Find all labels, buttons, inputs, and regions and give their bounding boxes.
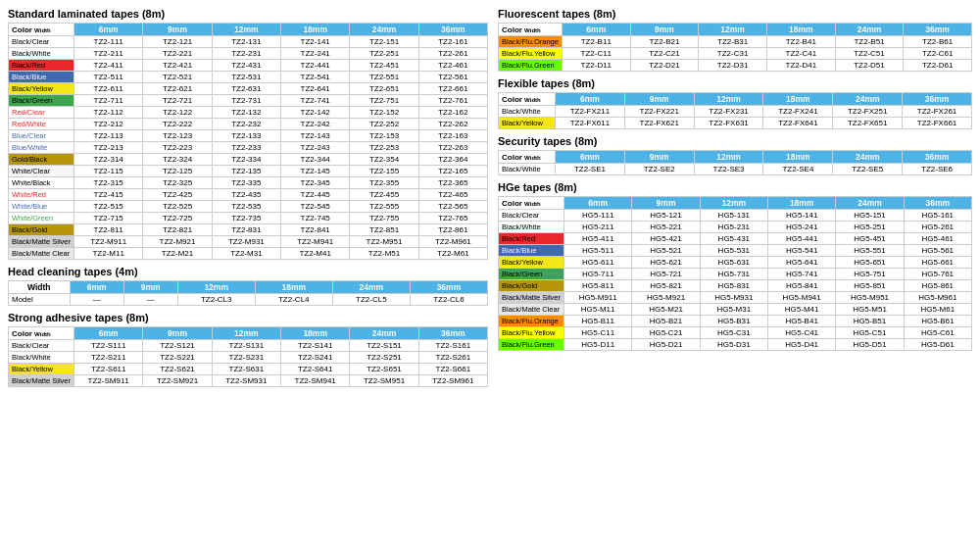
table-row: Blue/ClearTZ2-113TZ2-123TZ2-133TZ2-143TZ… xyxy=(9,130,488,142)
table-row: Black/GreenHG5-711HG5-721HG5-731HG5-741H… xyxy=(499,269,972,280)
h36mm: 36mm xyxy=(410,281,487,294)
row-label: Black/Blue xyxy=(499,245,564,257)
table-row: Black/BlueHG5-511HG5-521HG5-531HG5-541HG… xyxy=(499,245,972,257)
table-row: Black/Matte SilverHG5-M911HG5-M921HG5-M9… xyxy=(499,292,972,304)
table-row: Black/WhiteTZ2-211TZ2-221TZ2-231TZ2-241T… xyxy=(9,48,488,60)
table-row: Black/GoldHG5-811HG5-821HG5-831HG5-841HG… xyxy=(499,280,972,292)
table-row: Red/WhiteTZ2-212TZ2-222TZ2-232TZ2-242TZ2… xyxy=(9,119,488,130)
row-label: Black/Matte Clear xyxy=(499,304,564,316)
table-row: Black/Matte SilverTZ2-M911TZ2-M921TZ2-M9… xyxy=(9,236,488,248)
row-label: Black/Clear xyxy=(9,36,74,48)
table-row: Black/YellowTZ2-FX611TZ2-FX621TZ2-FX631T… xyxy=(499,118,972,129)
color-header: Color Width xyxy=(499,197,564,210)
left-column: Standard laminated tapes (8m) Color Widt… xyxy=(8,8,488,536)
color-header: Color Width xyxy=(499,93,556,106)
table-row: Black/Flu.OrangeTZ2-B11TZ2-B21TZ2-B31TZ2… xyxy=(499,36,972,48)
row-label: Blue/White xyxy=(9,142,74,154)
row-label: Black/White xyxy=(9,352,74,364)
row-label: Red/White xyxy=(9,119,74,130)
table-row: Black/Flu.GreenHG5-D11HG5-D21HG5-D31HG5-… xyxy=(499,339,972,351)
table-row: Black/Matte ClearHG5-M11HG5-M21HG5-M31HG… xyxy=(499,304,972,316)
row-label: Black/Flu.Yellow xyxy=(499,327,564,339)
row-label: Black/Green xyxy=(499,269,564,280)
table-row: Blue/WhiteTZ2-213TZ2-223TZ2-233TZ2-243TZ… xyxy=(9,142,488,154)
standard-title: Standard laminated tapes (8m) xyxy=(8,8,488,20)
table-row: White/GreenTZ2-715TZ2-725TZ2-735TZ2-745T… xyxy=(9,213,488,224)
h6mm: 6mm xyxy=(74,24,143,36)
table-row: Black/YellowTZ2-S611TZ2-S621TZ2-S631TZ2-… xyxy=(9,364,488,375)
table-row: Black/WhiteTZ2-FX211TZ2-FX221TZ2-FX231TZ… xyxy=(499,106,972,118)
table-row: White/ClearTZ2-115TZ2-125TZ2-135TZ2-145T… xyxy=(9,166,488,177)
table-row: Black/BlueTZ2-511TZ2-521TZ2-531TZ2-541TZ… xyxy=(9,72,488,83)
table-row: White/BlackTZ2-315TZ2-325TZ2-335TZ2-345T… xyxy=(9,177,488,189)
row-label: Black/White xyxy=(499,164,556,175)
row-label: Black/Clear xyxy=(9,340,74,352)
table-row: Model — — TZ2-CL3 TZ2-CL4 TZ2-CL5 TZ2-CL… xyxy=(9,294,488,306)
row-label: White/Black xyxy=(9,177,74,189)
row-label: Black/Yellow xyxy=(9,83,74,95)
table-row: Black/WhiteTZ2-S211TZ2-S221TZ2-S231TZ2-S… xyxy=(9,352,488,364)
row-label: Black/Matte Silver xyxy=(499,292,564,304)
table-row: Black/ClearHG5-111HG5-121HG5-131HG5-141H… xyxy=(499,210,972,222)
row-label: White/Green xyxy=(9,213,74,224)
head-cleaning-table: Width 6mm 9mm 12mm 18mm 24mm 36mm Model … xyxy=(8,280,488,306)
row-label: Black/Matte Silver xyxy=(9,375,74,387)
row-label: Gold/Black xyxy=(9,154,74,166)
row-label: Black/Gold xyxy=(9,224,74,236)
table-row: Black/ClearTZ2-111TZ2-121TZ2-131TZ2-141T… xyxy=(9,36,488,48)
hge-table: Color Width 6mm 9mm 12mm 18mm 24mm 36mm … xyxy=(498,196,972,351)
table-row: White/BlueTZ2-515TZ2-525TZ2-535TZ2-545TZ… xyxy=(9,201,488,213)
h6mm: 6mm xyxy=(70,281,123,294)
row-label: Black/Clear xyxy=(499,210,564,222)
table-row: Black/Flu.YellowHG5-C11HG5-C21HG5-C31HG5… xyxy=(499,327,972,339)
h12mm: 12mm xyxy=(212,24,280,36)
table-row: Black/WhiteTZ2-SE1TZ2-SE2TZ2-SE3TZ2-SE4T… xyxy=(499,164,972,175)
security-title: Security tapes (8m) xyxy=(498,135,972,147)
table-row: Black/RedTZ2-411TZ2-421TZ2-431TZ2-441TZ2… xyxy=(9,60,488,72)
table-row: Black/Matte ClearTZ2-M11TZ2-M21TZ2-M31TZ… xyxy=(9,248,488,260)
row-label: Black/Gold xyxy=(499,280,564,292)
flexible-table: Color Width 6mm 9mm 12mm 18mm 24mm 36mm … xyxy=(498,92,972,129)
flexible-title: Flexible tapes (8m) xyxy=(498,77,972,89)
row-label: White/Red xyxy=(9,189,74,201)
color-header: Color Width xyxy=(9,24,74,36)
h24mm: 24mm xyxy=(332,281,410,294)
h12mm: 12mm xyxy=(177,281,255,294)
row-label: Black/Flu.Yellow xyxy=(499,48,563,60)
row-label: Black/Flu.Green xyxy=(499,60,563,72)
hge-title: HGe tapes (8m) xyxy=(498,181,972,193)
row-label: Black/Yellow xyxy=(9,364,74,375)
h9mm: 9mm xyxy=(123,281,177,294)
table-row: Black/GoldTZ2-811TZ2-821TZ2-831TZ2-841TZ… xyxy=(9,224,488,236)
table-row: Black/Matte SilverTZ2-SM911TZ2-SM921TZ2-… xyxy=(9,375,488,387)
row-label: Black/Red xyxy=(9,60,74,72)
table-row: Gold/BlackTZ2-314TZ2-324TZ2-334TZ2-344TZ… xyxy=(9,154,488,166)
row-label: Red/Clear xyxy=(9,107,74,119)
right-column: Fluorescent tapes (8m) Color Width 6mm 9… xyxy=(498,8,972,536)
strong-title: Strong adhesive tapes (8m) xyxy=(8,312,488,323)
row-label: Model xyxy=(9,294,71,306)
table-row: White/RedTZ2-415TZ2-425TZ2-435TZ2-445TZ2… xyxy=(9,189,488,201)
row-label: Black/Green xyxy=(9,95,74,107)
h24mm: 24mm xyxy=(350,24,418,36)
row-label: Black/Flu.Orange xyxy=(499,316,564,327)
strong-table: Color Width 6mm 9mm 12mm 18mm 24mm 36mm … xyxy=(8,326,488,387)
row-label: Black/Red xyxy=(499,233,564,245)
table-row: Black/YellowTZ2-611TZ2-621TZ2-631TZ2-641… xyxy=(9,83,488,95)
row-label: Black/Matte Silver xyxy=(9,236,74,248)
table-row: Black/YellowHG5-611HG5-621HG5-631HG5-641… xyxy=(499,257,972,269)
row-label: Black/White xyxy=(499,222,564,233)
row-label: Blue/Clear xyxy=(9,130,74,142)
row-label: White/Blue xyxy=(9,201,74,213)
head-cleaning-title: Head cleaning tapes (4m) xyxy=(8,266,488,277)
fluorescent-title: Fluorescent tapes (8m) xyxy=(498,8,972,20)
h18mm: 18mm xyxy=(281,24,350,36)
color-header: Color Width xyxy=(499,24,563,36)
row-label: Black/Blue xyxy=(9,72,74,83)
row-label: Black/Yellow xyxy=(499,257,564,269)
row-label: Black/White xyxy=(499,106,556,118)
table-row: Black/ClearTZ2-S111TZ2-S121TZ2-S131TZ2-S… xyxy=(9,340,488,352)
table-row: Black/Flu.YellowTZ2-C11TZ2-C21TZ2-C31TZ2… xyxy=(499,48,972,60)
width-header: Width xyxy=(9,281,71,294)
color-header: Color Width xyxy=(9,327,74,340)
